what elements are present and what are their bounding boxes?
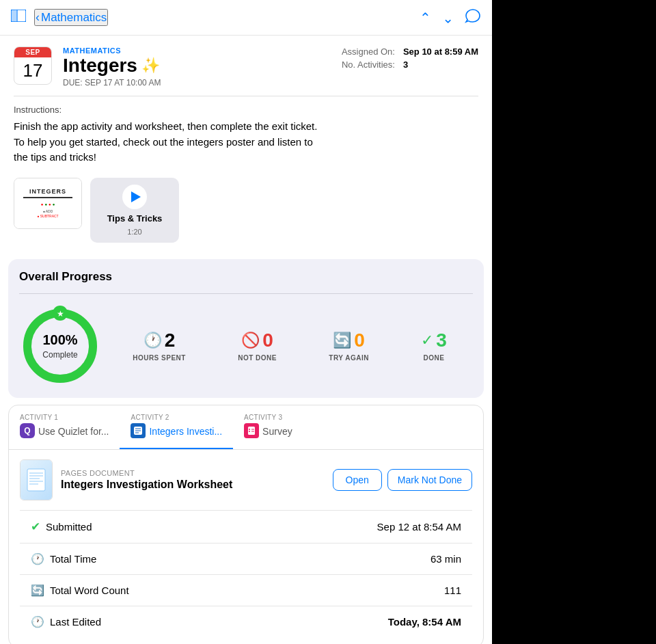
donut-inner: 100% Complete	[42, 332, 77, 360]
stats-grid: 🕐 2 HOURS SPENT 🚫 0 NOT DONE	[107, 330, 473, 362]
assignment-info: MATHEMATICS Integers ✨ DUE: SEP 17 AT 10…	[63, 46, 331, 88]
play-button[interactable]	[122, 185, 147, 209]
svg-rect-0	[11, 10, 16, 22]
donut-chart: ★ 100% Complete	[19, 305, 101, 387]
done-label: DONE	[424, 354, 445, 362]
clock-icon: 🕐	[144, 332, 162, 349]
try-again-value: 0	[354, 330, 365, 351]
last-edited-row: 🕐 Last Edited Today, 8:54 AM	[20, 606, 472, 637]
assignment-title: Integers ✨	[63, 55, 331, 77]
assigned-on-row: Assigned On: Sep 10 at 8:59 AM	[342, 46, 478, 57]
instructions-section: Instructions: Finish the app activity an…	[0, 96, 492, 171]
submitted-row: ✔ Submitted Sep 12 at 8:54 AM	[20, 511, 472, 543]
calendar-icon: SEP 17	[14, 46, 52, 85]
tab3-label: ACTIVITY 3	[244, 414, 292, 421]
donut-label: Complete	[42, 349, 77, 359]
submitted-date: Sep 12 at 8:54 AM	[377, 521, 461, 533]
assignment-header: SEP 17 MATHEMATICS Integers ✨ DUE: SEP 1…	[0, 36, 492, 96]
word-count-row: 🔄 Total Word Count 111	[20, 575, 472, 606]
tab2-name: Integers Investi...	[149, 426, 222, 437]
doc-actions: Open Mark Not Done	[333, 469, 472, 491]
activity-tab-3[interactable]: ACTIVITY 3 Survey	[233, 405, 303, 449]
assigned-on-label: Assigned On:	[342, 46, 395, 57]
not-done-value: 0	[262, 330, 273, 351]
activities-count-row: No. Activities: 3	[342, 59, 478, 70]
open-button[interactable]: Open	[333, 469, 382, 491]
chevron-down-icon[interactable]: ⌃	[442, 10, 454, 26]
submitted-check-icon: ✔	[31, 520, 40, 534]
svg-point-13	[249, 431, 250, 432]
done-value: 3	[436, 330, 447, 351]
doc-info: PAGES DOCUMENT Integers Investigation Wo…	[61, 469, 325, 491]
doc-thumbnail	[20, 459, 53, 500]
not-done-stat: 🚫 0 NOT DONE	[238, 330, 277, 362]
progress-divider	[19, 293, 473, 294]
not-done-icon: 🚫	[241, 332, 260, 349]
sidebar-toggle-icon[interactable]	[11, 10, 26, 25]
activities-section: ACTIVITY 1 Q Use Quizlet for... ACTIVITY…	[8, 405, 484, 645]
donut-percent: 100%	[42, 332, 77, 347]
tab1-label: ACTIVITY 1	[20, 414, 109, 421]
title-text: Integers	[63, 55, 137, 77]
word-count-icon: 🔄	[31, 584, 44, 597]
activities-tabs: ACTIVITY 1 Q Use Quizlet for... ACTIVITY…	[9, 405, 483, 450]
activities-count: 3	[403, 59, 408, 70]
last-edited-clock-icon: 🕐	[31, 615, 44, 628]
video-duration: 1:20	[127, 228, 141, 236]
right-panel	[492, 0, 656, 644]
poster-attachment[interactable]: INTEGERS ● ● ● ● ● ADD ● SUBTRACT	[14, 178, 82, 229]
total-time-label: Total Time	[50, 553, 96, 565]
submitted-label: Submitted	[46, 521, 92, 533]
svg-text:★: ★	[57, 309, 64, 319]
instructions-text: Finish the app activity and worksheet, t…	[14, 119, 478, 165]
total-time-value: 63 min	[430, 553, 461, 565]
overall-progress-section: Overall Progress ★ 100%	[8, 259, 484, 398]
activity-tab-2[interactable]: ACTIVITY 2 Integers Investi...	[120, 405, 233, 449]
activities-label: No. Activities:	[342, 59, 395, 70]
done-check-icon: ✓	[421, 332, 433, 349]
activity-doc-row: PAGES DOCUMENT Integers Investigation Wo…	[20, 459, 472, 500]
back-button[interactable]: ‹ Mathematics	[34, 9, 108, 26]
hours-spent-label: HOURS SPENT	[133, 354, 186, 362]
doc-name: Integers Investigation Worksheet	[61, 479, 325, 491]
back-label: Mathematics	[41, 11, 107, 25]
top-nav: ‹ Mathematics ⌃ ⌃	[0, 0, 492, 36]
poster-title: INTEGERS	[29, 188, 66, 195]
progress-stats: ★ 100% Complete 🕐 2 HOURS SPENT	[19, 305, 473, 387]
not-done-label: NOT DONE	[238, 354, 277, 362]
try-again-stat: 🔄 0 TRY AGAIN	[329, 330, 369, 362]
total-time-clock-icon: 🕐	[31, 552, 44, 565]
sparkle-icon: ✨	[141, 57, 160, 75]
tab3-name: Survey	[262, 426, 292, 437]
video-attachment[interactable]: Tips & Tricks 1:20	[90, 178, 179, 243]
hours-spent-stat: 🕐 2 HOURS SPENT	[133, 330, 186, 362]
last-edited-value: Today, 8:54 AM	[388, 616, 461, 628]
chevron-up-icon[interactable]: ⌃	[420, 10, 431, 26]
pages-icon	[131, 423, 146, 438]
try-again-label: TRY AGAIN	[329, 354, 369, 362]
progress-title: Overall Progress	[19, 270, 473, 284]
tab1-name: Use Quizlet for...	[38, 426, 109, 437]
survey-icon	[244, 423, 259, 438]
back-chevron-icon: ‹	[36, 10, 40, 25]
doc-type-label: PAGES DOCUMENT	[61, 469, 325, 477]
svg-rect-16	[27, 469, 45, 491]
due-date: DUE: SEP 17 AT 10:00 AM	[63, 78, 331, 88]
svg-rect-11	[248, 427, 255, 435]
try-again-icon: 🔄	[333, 332, 351, 349]
hours-spent-value: 2	[165, 330, 176, 351]
mark-not-done-button[interactable]: Mark Not Done	[387, 469, 472, 491]
activity-tab-1[interactable]: ACTIVITY 1 Q Use Quizlet for...	[9, 405, 120, 449]
word-count-label: Total Word Count	[50, 585, 129, 596]
doc-thumb-inner	[20, 460, 52, 500]
cal-day: 17	[14, 57, 51, 84]
cal-month: SEP	[14, 47, 51, 57]
play-icon	[131, 191, 141, 202]
last-edited-label: Last Edited	[50, 616, 101, 628]
activity-content: PAGES DOCUMENT Integers Investigation Wo…	[9, 450, 483, 645]
comment-icon[interactable]	[465, 8, 481, 27]
nav-right: ⌃ ⌃	[420, 8, 481, 27]
assigned-on-value: Sep 10 at 8:59 AM	[403, 46, 478, 57]
svg-point-12	[249, 429, 250, 430]
instructions-label: Instructions:	[14, 105, 478, 115]
